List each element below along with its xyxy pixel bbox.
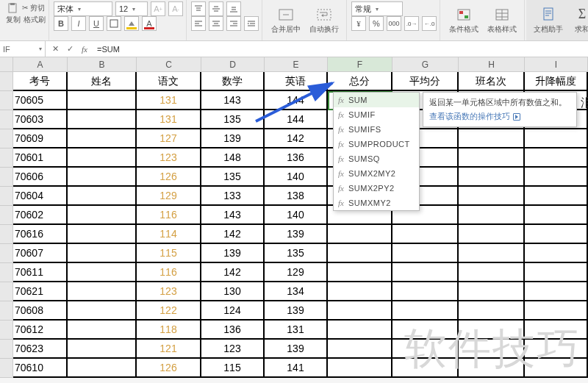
cell[interactable] (68, 359, 137, 378)
autocomplete-item[interactable]: fxSUMIF (334, 107, 419, 122)
col-header-I[interactable]: I (525, 57, 588, 72)
cond-format-button[interactable]: 条件格式 (445, 5, 483, 36)
accept-formula-button[interactable]: ✓ (65, 44, 75, 54)
align-right-button[interactable] (226, 16, 241, 31)
cell[interactable]: 139 (265, 301, 328, 321)
col-header-E[interactable]: E (265, 57, 328, 72)
cell[interactable] (525, 168, 588, 187)
row-header[interactable] (0, 72, 13, 91)
col-header-B[interactable]: B (68, 57, 137, 72)
cell[interactable]: 126 (137, 168, 201, 187)
fill-color-button[interactable] (124, 16, 139, 31)
cell[interactable] (459, 168, 525, 187)
align-middle-button[interactable] (209, 1, 223, 16)
border-button[interactable] (107, 16, 121, 31)
decrease-decimal-button[interactable]: ←.0 (422, 16, 437, 31)
cell[interactable] (68, 168, 137, 187)
row-header[interactable] (0, 263, 13, 282)
cell[interactable]: 70601 (13, 148, 68, 168)
cancel-formula-button[interactable]: ✕ (50, 44, 60, 54)
cell[interactable] (392, 321, 459, 340)
row-header[interactable] (0, 282, 13, 301)
cell[interactable]: 127 (137, 129, 201, 148)
underline-button[interactable]: U (89, 16, 104, 31)
cell[interactable]: 136 (201, 321, 265, 340)
cell[interactable] (68, 129, 137, 148)
cell[interactable] (68, 206, 137, 225)
row-header[interactable] (0, 340, 13, 359)
row-header[interactable] (0, 206, 13, 225)
merge-center-button[interactable]: 合并居中 (267, 5, 305, 36)
cell[interactable]: 130 (201, 282, 265, 301)
cell[interactable] (68, 225, 137, 244)
header-cell[interactable]: 语文 (137, 72, 201, 91)
formula-hint-link[interactable]: 查看该函数的操作技巧 (429, 111, 570, 122)
cell[interactable]: 121 (137, 340, 201, 359)
name-box[interactable]: IF ▾ (0, 41, 46, 57)
col-header-C[interactable]: C (137, 57, 201, 72)
row-header[interactable] (0, 244, 13, 263)
cell[interactable] (459, 187, 525, 206)
cell[interactable] (68, 263, 137, 282)
cell[interactable] (459, 263, 525, 282)
cell[interactable] (459, 340, 525, 359)
cell[interactable] (68, 321, 137, 340)
cell[interactable] (525, 244, 588, 263)
row-header[interactable] (0, 187, 13, 206)
cell[interactable]: 124 (201, 301, 265, 321)
cell[interactable]: 70602 (13, 206, 68, 225)
font-size-select[interactable]: 12▾ (115, 1, 148, 16)
row-header[interactable] (0, 110, 13, 129)
cell[interactable]: 126 (137, 359, 201, 378)
autocomplete-item[interactable]: fxSUMSQ (334, 151, 419, 166)
comma-style-button[interactable]: 000 (387, 16, 401, 31)
cell[interactable] (392, 225, 459, 244)
formula-autocomplete-dropdown[interactable]: fxSUMfxSUMIFfxSUMIFSfxSUMPRODUCTfxSUMSQf… (333, 92, 420, 211)
autocomplete-item[interactable]: fxSUMIFS (334, 122, 419, 137)
cell[interactable]: 135 (201, 168, 265, 187)
cell[interactable]: 141 (265, 359, 328, 378)
cell[interactable] (525, 359, 588, 378)
cell[interactable] (459, 321, 525, 340)
cell[interactable]: 144 (265, 91, 328, 110)
cell[interactable]: 144 (265, 110, 328, 129)
cell[interactable]: 123 (201, 340, 265, 359)
auto-wrap-button[interactable]: 自动换行 (305, 5, 343, 36)
decrease-font-button[interactable]: A- (168, 1, 183, 16)
cell[interactable] (328, 359, 392, 378)
col-header-G[interactable]: G (392, 57, 459, 72)
cell[interactable]: 123 (137, 148, 201, 168)
cell[interactable] (328, 225, 392, 244)
cell[interactable] (525, 340, 588, 359)
cell[interactable]: 148 (201, 148, 265, 168)
cell[interactable] (525, 282, 588, 301)
cell[interactable]: 115 (137, 244, 201, 263)
cell[interactable] (328, 321, 392, 340)
cell[interactable]: 70608 (13, 301, 68, 321)
row-header[interactable] (0, 225, 13, 244)
cell[interactable] (525, 225, 588, 244)
align-top-button[interactable] (191, 1, 206, 16)
cell[interactable]: 122 (137, 301, 201, 321)
row-header[interactable] (0, 129, 13, 148)
cell[interactable]: 140 (265, 206, 328, 225)
bold-button[interactable]: B (54, 16, 68, 31)
currency-button[interactable]: ¥ (351, 16, 366, 31)
col-header-H[interactable]: H (459, 57, 525, 72)
cell[interactable] (328, 263, 392, 282)
cell[interactable]: 70604 (13, 187, 68, 206)
cell[interactable]: 116 (137, 263, 201, 282)
autocomplete-item[interactable]: fxSUMXMY2 (334, 196, 419, 210)
cell[interactable]: 70603 (13, 110, 68, 129)
formula-input[interactable]: =SUM (94, 45, 588, 54)
col-header-F[interactable]: F (328, 57, 392, 72)
cell[interactable] (68, 187, 137, 206)
cell[interactable]: 136 (265, 148, 328, 168)
cell[interactable]: 142 (265, 129, 328, 148)
cell[interactable]: 133 (201, 187, 265, 206)
autocomplete-item[interactable]: fxSUMPRODUCT (334, 137, 419, 151)
cell[interactable]: 131 (265, 321, 328, 340)
cell[interactable] (525, 187, 588, 206)
cell[interactable]: 140 (265, 168, 328, 187)
cell[interactable]: 135 (201, 110, 265, 129)
